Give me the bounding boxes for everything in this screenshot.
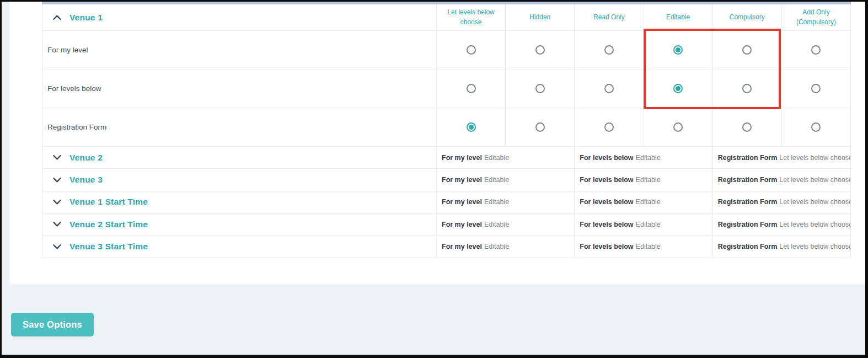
radio-for-levels-below-hidden[interactable] [535,84,545,93]
radio-cell-hidden [505,108,574,146]
column-header-hidden: Hidden [505,4,574,30]
summary-cell-registration-form: Registration FormLet levels below choose [712,236,850,258]
summary-label: For levels below [580,154,633,162]
collapsed-section-header: Venue 2 [42,147,436,168]
summary-label: For my level [442,243,482,250]
summary-cell-registration-form: Registration FormLet levels below choose [712,213,850,235]
radio-for-levels-below-let-levels-below-choose[interactable] [467,84,476,93]
collapsed-rows: Venue 2For my levelEditableFor levels be… [42,147,850,258]
summary-cell-for-levels-below: For levels belowEditable [574,191,712,213]
summary-cell-for-levels-below: For levels belowEditable [574,213,712,235]
summary-label: For levels below [580,198,633,206]
summary-cell-for-my-level: For my levelEditable [436,213,574,235]
summary-value: Let levels below choose [779,154,850,162]
radio-registration-form-editable[interactable] [673,122,683,132]
venue-row-venue-2-start-time: Venue 2 Start TimeFor my levelEditableFo… [42,213,850,236]
radio-for-my-level-compulsory[interactable] [742,45,752,55]
radio-for-levels-below-compulsory[interactable] [742,84,752,93]
summary-label: For my level [442,154,482,162]
summary-value: Let levels below choose [779,176,850,184]
table-header-row: Venue 1 Let levels below chooseHiddenRea… [42,4,850,31]
venue-title: Venue 3 Start Time [69,242,148,252]
permission-row-label: For levels below [42,70,436,108]
summary-cell-for-my-level: For my levelEditable [436,169,574,190]
radio-cell-read-only [574,70,643,108]
radio-cell-compulsory [712,108,781,146]
summary-value: Editable [484,154,509,162]
radio-for-my-level-hidden[interactable] [535,45,545,55]
app-window: Venue 1 Let levels below chooseHiddenRea… [0,0,868,358]
summary-cell-registration-form: Registration FormLet levels below choose [712,147,850,168]
summary-value: Let levels below choose [779,221,850,228]
permission-row-label: For my level [42,31,436,69]
radio-cell-editable [644,31,712,69]
summary-value: Let levels below choose [779,243,850,250]
radio-registration-form-read-only[interactable] [604,122,614,132]
radio-for-levels-below-read-only[interactable] [604,84,614,93]
venue-row-venue-2: Venue 2For my levelEditableFor levels be… [42,147,850,169]
summary-value: Editable [636,221,661,228]
venue-toggle[interactable]: Venue 1 [42,4,436,30]
summary-cell-for-my-level: For my levelEditable [436,147,574,168]
venue-toggle[interactable]: Venue 2 [42,147,436,168]
venue-row-venue-1-start-time: Venue 1 Start TimeFor my levelEditableFo… [42,191,850,213]
radio-cell-read-only [574,31,643,69]
summary-cell-for-my-level: For my levelEditable [436,236,574,258]
options-card: Venue 1 Let levels below chooseHiddenRea… [9,2,865,284]
column-header-compulsory: Compulsory [712,4,781,30]
radio-rows: For my levelFor levels belowRegistration… [42,31,850,147]
summary-label: Registration Form [718,176,778,184]
summary-value: Editable [484,221,509,228]
venue-toggle[interactable]: Venue 1 Start Time [42,191,436,213]
summary-label: For levels below [580,221,633,228]
chevron-down-icon [53,200,61,205]
radio-cell-compulsory [712,70,781,108]
venue-toggle[interactable]: Venue 3 Start Time [42,236,436,258]
venue-toggle[interactable]: Venue 2 Start Time [42,213,436,235]
radio-registration-form-add-only-compulsory[interactable] [811,122,821,132]
permission-row-for-levels-below: For levels below [42,70,850,108]
summary-label: For my level [442,198,482,206]
summary-label: Registration Form [718,221,778,228]
radio-registration-form-let-levels-below-choose[interactable] [467,122,476,132]
radio-cell-hidden [505,70,574,108]
radio-for-levels-below-editable[interactable] [673,84,683,93]
radio-registration-form-compulsory[interactable] [742,122,752,132]
radio-cell-add-only-compulsory [781,70,850,108]
summary-label: For levels below [580,243,633,250]
radio-for-my-level-add-only-compulsory[interactable] [811,45,821,55]
radio-registration-form-hidden[interactable] [535,122,545,132]
permission-row-registration-form: Registration Form [42,108,850,147]
summary-cell-for-levels-below: For levels belowEditable [574,169,712,190]
permissions-table: Venue 1 Let levels below chooseHiddenRea… [42,2,851,258]
radio-cell-editable [644,108,712,146]
radio-for-my-level-read-only[interactable] [604,45,614,55]
venue-title: Venue 1 [69,13,103,23]
radio-cell-let-levels-below-choose [436,70,505,108]
column-header-read-only: Read Only [574,4,643,30]
venue-toggle[interactable]: Venue 3 [42,169,436,190]
summary-label: For levels below [580,176,633,184]
summary-label: For my level [442,176,482,184]
summary-value: Let levels below choose [779,198,850,206]
radio-for-levels-below-add-only-compulsory[interactable] [811,84,821,93]
summary-value: Editable [484,176,509,184]
chevron-down-icon [53,244,61,249]
summary-label: Registration Form [718,243,778,250]
radio-for-my-level-editable[interactable] [673,45,683,55]
summary-value: Editable [636,243,661,250]
radio-cell-let-levels-below-choose [436,108,505,146]
radio-cell-editable [644,70,712,108]
summary-cell-for-levels-below: For levels belowEditable [574,147,712,168]
venue-title: Venue 2 Start Time [69,220,148,229]
radio-for-my-level-let-levels-below-choose[interactable] [467,45,476,55]
summary-value: Editable [636,198,661,206]
chevron-down-icon [53,222,61,227]
venue-row-venue-3: Venue 3For my levelEditableFor levels be… [42,169,850,191]
chevron-down-icon [53,178,61,183]
save-options-button[interactable]: Save Options [11,313,94,336]
column-header-let-levels-below-choose: Let levels below choose [436,4,505,30]
summary-value: Editable [636,176,661,184]
radio-cell-compulsory [712,31,781,69]
expanded-section-header: Venue 1 [42,4,436,30]
